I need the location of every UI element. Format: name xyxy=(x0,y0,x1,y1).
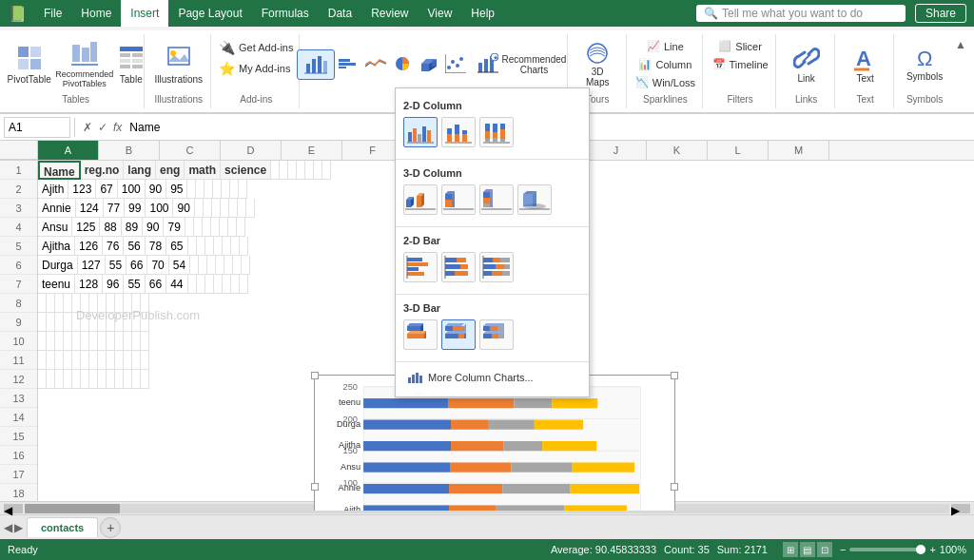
cell-F5[interactable]: 65 xyxy=(166,237,187,256)
row-num-7[interactable]: 7 xyxy=(0,275,37,294)
cell-M8[interactable] xyxy=(141,294,149,313)
cell-D10[interactable] xyxy=(64,332,72,351)
cell-M3[interactable] xyxy=(246,199,255,218)
more-charts-button[interactable]: More Column Charts... xyxy=(396,366,589,389)
winloss-button[interactable]: 📉 Win/Loss xyxy=(630,74,701,90)
cell-I6[interactable] xyxy=(207,256,216,275)
row-num-3[interactable]: 3 xyxy=(0,199,37,218)
cell-C11[interactable] xyxy=(55,351,64,370)
insert-line-chart-button[interactable] xyxy=(363,57,388,72)
cell-F7[interactable]: 44 xyxy=(166,275,187,294)
cell-E1[interactable]: math xyxy=(185,161,221,180)
cell-M11[interactable] xyxy=(141,351,149,370)
row-num-1[interactable]: 1 xyxy=(0,161,37,180)
cell-B12[interactable] xyxy=(47,370,55,389)
row-num-14[interactable]: 14 xyxy=(0,408,37,427)
recommended-charts-button[interactable]: ★ Recommended Charts xyxy=(472,51,573,78)
row-num-12[interactable]: 12 xyxy=(0,370,37,389)
cell-A3[interactable]: Annie xyxy=(38,199,76,218)
cell-K11[interactable] xyxy=(124,351,132,370)
cell-B10[interactable] xyxy=(47,332,55,351)
cell-I12[interactable] xyxy=(107,370,115,389)
cell-K4[interactable] xyxy=(220,218,228,237)
menu-view[interactable]: View xyxy=(419,0,462,27)
cell-B1[interactable]: reg.no xyxy=(81,161,125,180)
row-num-4[interactable]: 4 xyxy=(0,218,37,237)
menu-file[interactable]: File xyxy=(34,0,71,27)
cell-J11[interactable] xyxy=(115,351,124,370)
row-num-10[interactable]: 10 xyxy=(0,332,37,351)
share-button[interactable]: Share xyxy=(915,4,966,23)
cell-H6[interactable] xyxy=(199,256,207,275)
col-header-J[interactable]: J xyxy=(586,141,647,160)
row-num-17[interactable]: 17 xyxy=(0,465,37,484)
timeline-button[interactable]: 📅 Timeline xyxy=(707,56,774,72)
cell-L6[interactable] xyxy=(233,256,242,275)
cell-C12[interactable] xyxy=(55,370,64,389)
menu-data[interactable]: Data xyxy=(319,0,361,27)
recommended-pivot-button[interactable]: Recommended PivotTables xyxy=(61,38,108,90)
scroll-thumb[interactable] xyxy=(25,504,120,512)
row-num-18[interactable]: 18 xyxy=(0,484,37,503)
cell-J8[interactable] xyxy=(115,294,124,313)
search-bar[interactable]: 🔍 Tell me what you want to do xyxy=(696,5,906,22)
cell-C9[interactable] xyxy=(55,313,64,332)
cell-D11[interactable] xyxy=(64,351,72,370)
cell-A7[interactable]: teenu xyxy=(38,275,75,294)
col-header-L[interactable]: L xyxy=(708,141,769,160)
col-header-E[interactable]: E xyxy=(282,141,342,160)
cell-B4[interactable]: 125 xyxy=(72,218,100,237)
cell-I9[interactable] xyxy=(107,313,115,332)
insert-scatter-chart-button[interactable] xyxy=(443,52,468,77)
cell-L1[interactable] xyxy=(314,161,322,180)
cell-H7[interactable] xyxy=(197,275,205,294)
cell-G3[interactable] xyxy=(195,199,204,218)
cell-A8[interactable] xyxy=(38,294,47,313)
col-header-K[interactable]: K xyxy=(647,141,708,160)
cell-F11[interactable] xyxy=(81,351,89,370)
cell-M2[interactable] xyxy=(239,180,247,199)
cell-E5[interactable]: 78 xyxy=(146,237,166,256)
cell-D4[interactable]: 89 xyxy=(122,218,143,237)
cell-B11[interactable] xyxy=(47,351,55,370)
cell-E9[interactable] xyxy=(72,313,81,332)
text-button[interactable]: A Text xyxy=(847,43,885,86)
cell-L8[interactable] xyxy=(132,294,141,313)
cell-G4[interactable] xyxy=(185,218,194,237)
cell-L9[interactable] xyxy=(132,313,141,332)
cell-I10[interactable] xyxy=(107,332,115,351)
cell-I8[interactable] xyxy=(107,294,115,313)
my-addins-button[interactable]: ⭐ My Add-ins xyxy=(213,59,296,78)
cell-A1[interactable]: Name xyxy=(38,161,81,180)
cell-J9[interactable] xyxy=(115,313,124,332)
cell-G12[interactable] xyxy=(89,370,98,389)
cell-E8[interactable] xyxy=(72,294,81,313)
cell-H12[interactable] xyxy=(98,370,107,389)
cell-K10[interactable] xyxy=(124,332,132,351)
cell-F6[interactable]: 54 xyxy=(169,256,190,275)
cell-B5[interactable]: 126 xyxy=(75,237,103,256)
cell-F10[interactable] xyxy=(81,332,89,351)
bar-100-btn[interactable] xyxy=(479,252,514,282)
cell-I3[interactable] xyxy=(212,199,221,218)
cell-F8[interactable] xyxy=(81,294,89,313)
cell-M5[interactable] xyxy=(240,237,248,256)
cell-G10[interactable] xyxy=(89,332,98,351)
cell-A12[interactable] xyxy=(38,370,47,389)
cell-M9[interactable] xyxy=(141,313,149,332)
cell-J5[interactable] xyxy=(214,237,223,256)
cell-D9[interactable] xyxy=(64,313,72,332)
cell-M7[interactable] xyxy=(240,275,248,294)
confirm-icon[interactable]: ✓ xyxy=(98,121,107,134)
insert-3d-chart-button[interactable] xyxy=(417,52,441,77)
cell-H2[interactable] xyxy=(196,180,205,199)
menu-insert[interactable]: Insert xyxy=(121,0,168,27)
cell-H1[interactable] xyxy=(280,161,288,180)
cell-G7[interactable] xyxy=(188,275,197,294)
cell-D6[interactable]: 66 xyxy=(127,256,147,275)
resize-handle-e[interactable] xyxy=(671,483,678,491)
cell-H8[interactable] xyxy=(98,294,107,313)
col-clustered-btn[interactable] xyxy=(403,117,438,147)
resize-handle-w[interactable] xyxy=(311,483,319,491)
cell-C4[interactable]: 88 xyxy=(100,218,121,237)
